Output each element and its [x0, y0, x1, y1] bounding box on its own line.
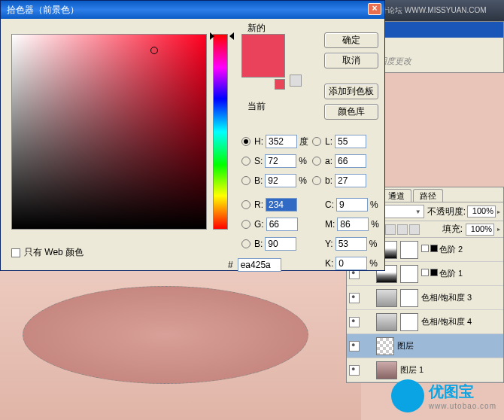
lb-input[interactable]	[335, 174, 366, 187]
unit: %	[369, 258, 380, 269]
opacity-input[interactable]: 100%	[467, 205, 496, 218]
opacity-label: 不透明度:	[427, 205, 466, 218]
ok-button[interactable]: 确定	[324, 32, 378, 48]
unit: %	[369, 239, 380, 249]
y-input[interactable]	[335, 237, 367, 251]
link-slot[interactable]	[363, 317, 373, 327]
r-input[interactable]	[266, 198, 297, 212]
close-icon[interactable]: ×	[368, 3, 381, 15]
new-color-swatch	[241, 34, 285, 78]
link-slot[interactable]	[363, 365, 373, 376]
L-label: L:	[325, 136, 332, 147]
c-input[interactable]	[336, 198, 368, 212]
lb-label: b:	[325, 175, 332, 186]
layer-name[interactable]: 图层	[397, 340, 501, 352]
layer-mask	[400, 289, 418, 307]
dialog-title: 拾色器（前景色）	[7, 4, 79, 17]
chevron-right-icon[interactable]: ▸	[497, 226, 500, 233]
g-label: G:	[254, 219, 264, 230]
watermark-title: 优图宝	[429, 382, 496, 402]
layer-row[interactable]: 色相/饱和度 4	[347, 310, 503, 334]
h-input[interactable]	[266, 135, 297, 148]
cube-icon[interactable]	[290, 75, 302, 87]
layer-name[interactable]: 图层 1	[400, 364, 501, 376]
lock-pixels-icon[interactable]	[385, 224, 396, 235]
add-swatch-button[interactable]: 添加到色板	[324, 84, 378, 99]
hue-arrow-icon	[210, 32, 214, 40]
watermark-url: www.utobao.com	[429, 402, 496, 410]
color-libraries-button[interactable]: 颜色库	[324, 104, 378, 120]
layer-mask	[400, 265, 418, 283]
selection-marquee	[23, 286, 308, 384]
a-radio[interactable]	[312, 157, 321, 166]
k-label: K:	[325, 258, 333, 269]
hue-arrow-icon	[229, 32, 234, 40]
layer-row[interactable]: 色相/饱和度 3	[347, 286, 503, 310]
hex-label: #	[228, 260, 233, 270]
h-label: H:	[254, 136, 263, 147]
layer-mask	[400, 241, 418, 259]
lock-all-icon[interactable]	[409, 224, 420, 235]
L-radio[interactable]	[312, 137, 321, 146]
unit: 度	[299, 135, 310, 148]
fill-input[interactable]: 100%	[466, 224, 494, 236]
unit: %	[299, 175, 309, 186]
web-only-checkbox[interactable]	[11, 248, 20, 257]
lb-radio[interactable]	[312, 176, 321, 185]
k-input[interactable]	[335, 257, 367, 270]
fill-label: 填充:	[442, 223, 463, 236]
link-slot[interactable]	[363, 341, 373, 352]
unit: %	[371, 219, 381, 230]
b-label: B:	[254, 175, 263, 186]
color-preview	[241, 34, 285, 90]
h-radio[interactable]	[241, 137, 250, 146]
saturation-value-field[interactable]	[11, 34, 207, 230]
layer-name[interactable]: 色阶 1	[421, 268, 501, 279]
visibility-icon[interactable]	[349, 365, 360, 376]
color-cursor-icon	[150, 47, 158, 54]
hex-input[interactable]	[238, 258, 281, 272]
current-small-swatch	[275, 79, 285, 90]
layer-name[interactable]: 色相/饱和度 4	[421, 316, 501, 327]
layer-name[interactable]: 色相/饱和度 3	[421, 292, 501, 303]
L-input[interactable]	[335, 135, 366, 148]
layer-row[interactable]: 图层	[347, 334, 503, 358]
visibility-icon[interactable]	[349, 341, 360, 352]
watermark: 优图宝 www.utobao.com	[391, 379, 496, 412]
bl-input[interactable]	[265, 237, 296, 251]
layer-mask	[400, 313, 418, 331]
cancel-button[interactable]: 取消	[324, 53, 378, 68]
layer-name[interactable]: 色阶 2	[421, 244, 501, 255]
c-label: C:	[325, 199, 334, 210]
a-label: a:	[325, 156, 332, 166]
web-only-label: 只有 Web 颜色	[24, 246, 83, 259]
s-input[interactable]	[265, 154, 296, 168]
layer-thumb	[376, 337, 394, 355]
hue-slider[interactable]	[213, 34, 228, 230]
layer-thumb	[376, 361, 397, 379]
r-label: R:	[254, 199, 263, 210]
a-input[interactable]	[335, 154, 366, 168]
link-slot[interactable]	[363, 293, 373, 303]
r-radio[interactable]	[241, 200, 250, 209]
m-label: M:	[325, 219, 335, 230]
visibility-icon[interactable]	[349, 293, 360, 303]
b-input[interactable]	[265, 174, 296, 187]
g-input[interactable]	[266, 218, 298, 231]
g-radio[interactable]	[241, 220, 250, 229]
unit: %	[299, 156, 309, 166]
adjustment-thumb	[376, 313, 397, 331]
tab-paths[interactable]: 路径	[413, 189, 443, 202]
tab-channels[interactable]: 通道	[381, 189, 411, 202]
s-radio[interactable]	[241, 157, 250, 166]
color-picker-dialog: 拾色器（前景色） × 新的 当前 确定 取消 添加到色板 颜色库 H:度 S:%…	[0, 0, 385, 271]
lock-position-icon[interactable]	[397, 224, 408, 235]
b-radio[interactable]	[241, 176, 250, 185]
visibility-icon[interactable]	[349, 317, 360, 327]
chevron-right-icon[interactable]: ▸	[497, 208, 500, 215]
m-input[interactable]	[337, 218, 369, 231]
dialog-titlebar[interactable]: 拾色器（前景色） ×	[1, 1, 384, 19]
logo-icon	[391, 379, 424, 412]
current-color-label: 当前	[247, 100, 266, 113]
bl-radio[interactable]	[241, 239, 250, 248]
